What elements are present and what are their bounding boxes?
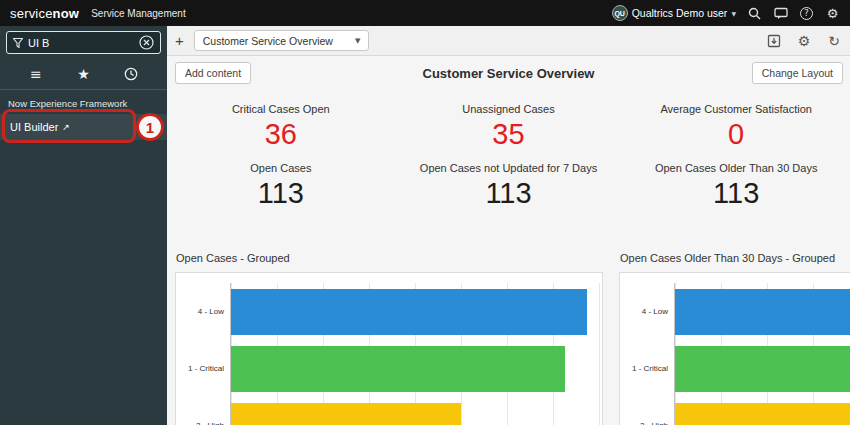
stat-open-cases: Open Cases 113	[167, 162, 395, 208]
chart-panel: 4 - Low 1 - Critical 2 - High	[619, 272, 850, 425]
chevron-down-icon: ▼	[731, 10, 736, 17]
gear-icon[interactable]: ⚙	[825, 6, 840, 21]
chart-panel: 4 - Low 1 - Critical 2 - High	[175, 272, 603, 425]
logo-now: now	[53, 6, 80, 21]
dashboard-content: Add content Customer Service Overview Ch…	[167, 56, 850, 425]
clear-search-icon[interactable]	[139, 35, 154, 50]
app-header: servicenow Service Management QU Qualtri…	[0, 0, 850, 26]
y-axis-label: 1 - Critical	[176, 340, 230, 397]
chart-open-cases-grouped: Open Cases - Grouped 4 - Low 1 - Critica…	[175, 252, 603, 425]
bar-2-high	[231, 403, 461, 425]
stat-critical-cases-open: Critical Cases Open 36	[167, 103, 395, 149]
stat-open-cases-older-30-days: Open Cases Older Than 30 Days 113	[622, 162, 850, 208]
bar-4-low	[675, 289, 850, 335]
sidebar-search-input[interactable]	[28, 37, 134, 49]
sidebar-search[interactable]	[6, 31, 161, 54]
stat-average-customer-satisfaction: Average Customer Satisfaction 0	[622, 103, 850, 149]
page-title: Customer Service Overview	[167, 56, 850, 81]
bar-4-low	[231, 289, 587, 335]
sidebar-item-ui-builder[interactable]: UI Builder ↗ 1	[0, 114, 167, 140]
plot-area	[230, 283, 602, 425]
main-area: + Customer Service Overview ▼ ⚙ ↻ Add co…	[167, 26, 850, 425]
sidebar-section-label: Now Experience Framework	[0, 90, 167, 114]
add-tab-button[interactable]: +	[175, 33, 184, 48]
gear-icon[interactable]: ⚙	[796, 33, 812, 49]
avatar: QU	[612, 5, 628, 21]
chevron-down-icon: ▼	[355, 37, 360, 45]
open-in-new-icon: ↗	[62, 122, 70, 132]
refresh-icon[interactable]: ↻	[826, 33, 842, 49]
stat-unassigned-cases: Unassigned Cases 35	[395, 103, 623, 149]
charts-row: Open Cases - Grouped 4 - Low 1 - Critica…	[175, 252, 850, 425]
dashboard-selector-dropdown[interactable]: Customer Service Overview ▼	[194, 30, 370, 51]
stat-open-cases-not-updated-7-days: Open Cases not Updated for 7 Days 113	[395, 162, 623, 208]
add-content-button[interactable]: Add content	[175, 62, 251, 84]
y-axis-label: 2 - High	[176, 397, 230, 425]
dashboard-selector-value: Customer Service Overview	[203, 35, 333, 47]
logo-service: service	[10, 6, 53, 21]
menu-icon[interactable]: ≡	[27, 66, 45, 82]
y-axis-labels: 4 - Low 1 - Critical 2 - High	[620, 283, 674, 425]
filter-icon	[13, 38, 23, 48]
sidebar-item-label: UI Builder	[10, 121, 58, 133]
y-axis-label: 1 - Critical	[620, 340, 674, 397]
sidebar-icon-row: ≡ ★	[0, 59, 167, 90]
star-icon[interactable]: ★	[74, 66, 92, 82]
history-clock-icon[interactable]	[122, 66, 140, 82]
y-axis-label: 2 - High	[620, 397, 674, 425]
dashboard-tab-bar: + Customer Service Overview ▼ ⚙ ↻	[167, 26, 850, 56]
help-icon[interactable]: ?	[799, 6, 814, 21]
servicenow-logo[interactable]: servicenow	[10, 6, 79, 21]
bar-1-critical	[675, 346, 850, 392]
tab-bar-actions: ⚙ ↻	[766, 33, 842, 49]
annotation-step-badge: 1	[136, 113, 164, 141]
product-name: Service Management	[91, 8, 186, 19]
search-icon[interactable]	[747, 6, 762, 21]
bar-2-high	[675, 403, 850, 425]
chart-open-cases-older-30-days-grouped: Open Cases Older Than 30 Days - Grouped …	[619, 252, 850, 425]
stats-grid: Critical Cases Open 36 Unassigned Cases …	[167, 103, 850, 208]
y-axis-label: 4 - Low	[176, 283, 230, 340]
user-name: Qualtrics Demo user	[632, 7, 728, 19]
change-layout-button[interactable]: Change Layout	[752, 62, 843, 84]
y-axis-labels: 4 - Low 1 - Critical 2 - High	[176, 283, 230, 425]
user-menu[interactable]: QU Qualtrics Demo user ▼	[612, 5, 736, 21]
y-axis-label: 4 - Low	[620, 283, 674, 340]
chat-icon[interactable]	[773, 6, 788, 21]
chart-title: Open Cases - Grouped	[176, 252, 603, 264]
sidebar: ≡ ★ Now Experience Framework UI Builder …	[0, 26, 167, 425]
plot-area	[674, 283, 850, 425]
save-dashboard-icon[interactable]	[766, 33, 782, 49]
bar-1-critical	[231, 346, 565, 392]
chart-title: Open Cases Older Than 30 Days - Grouped	[620, 252, 850, 264]
header-right: QU Qualtrics Demo user ▼ ? ⚙	[612, 5, 840, 21]
